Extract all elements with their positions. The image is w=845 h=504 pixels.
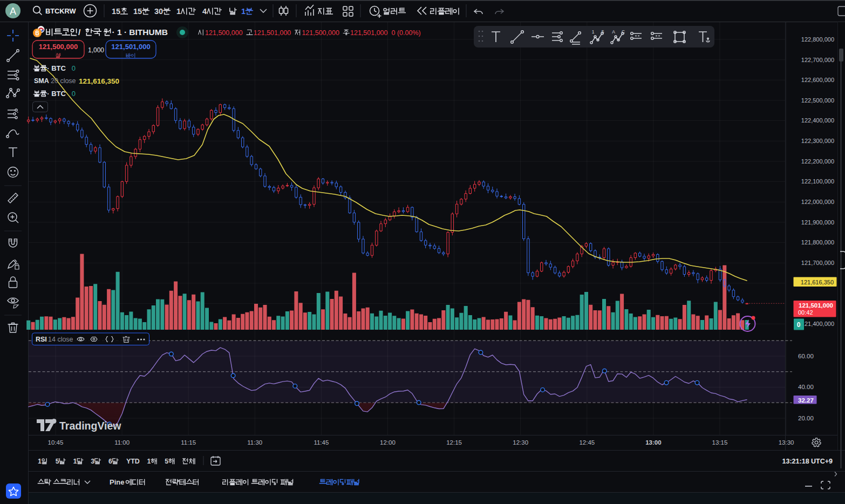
svg-text:122,100,000: 122,100,000 (801, 178, 834, 185)
svg-text:1: 1 (73, 458, 77, 465)
svg-text:121,501,000: 121,501,000 (111, 43, 150, 51)
svg-text:20.00: 20.00 (798, 415, 814, 421)
svg-text:3: 3 (91, 458, 94, 465)
svg-text:11:30: 11:30 (247, 439, 262, 446)
svg-text:30: 30 (154, 7, 163, 16)
svg-text:122,300,000: 122,300,000 (801, 138, 834, 144)
svg-text:121,500,000: 121,500,000 (205, 29, 243, 37)
svg-text:0 (0.00%): 0 (0.00%) (392, 29, 421, 37)
svg-text:12:45: 12:45 (579, 439, 595, 446)
svg-text:11:15: 11:15 (181, 439, 196, 446)
svg-text:1: 1 (147, 458, 151, 465)
svg-text:122,400,000: 122,400,000 (801, 117, 834, 124)
svg-text:10:45: 10:45 (48, 439, 64, 446)
svg-text:12:00: 12:00 (380, 439, 396, 446)
svg-text:20 close: 20 close (51, 77, 76, 85)
svg-text:1: 1 (38, 458, 42, 465)
svg-text:32.27: 32.27 (798, 397, 814, 404)
svg-text:5: 5 (165, 458, 168, 465)
svg-text:0: 0 (797, 321, 801, 329)
svg-text:122,600,000: 122,600,000 (801, 77, 834, 83)
svg-text:1: 1 (241, 7, 246, 16)
svg-text:122,500,000: 122,500,000 (801, 97, 834, 104)
svg-text:· 1 · BITHUMB: · 1 · BITHUMB (112, 28, 168, 37)
svg-text:121,700,000: 121,700,000 (801, 260, 834, 266)
svg-text:60.00: 60.00 (798, 353, 814, 359)
svg-text:121,616,350: 121,616,350 (801, 279, 834, 285)
svg-text:15: 15 (133, 7, 142, 16)
svg-text:· BTC: · BTC (47, 90, 66, 98)
svg-text:40.00: 40.00 (798, 384, 814, 390)
svg-text:0: 0 (72, 64, 76, 72)
svg-text:12:15: 12:15 (446, 439, 462, 446)
svg-text:122,700,000: 122,700,000 (801, 57, 834, 63)
svg-text:1: 1 (176, 7, 181, 16)
svg-text:13:15: 13:15 (712, 439, 728, 446)
svg-text:/: / (78, 28, 81, 37)
svg-text:TradingView: TradingView (59, 420, 121, 432)
svg-text:121,900,000: 121,900,000 (801, 219, 834, 226)
svg-text:121,501,000: 121,501,000 (350, 29, 388, 37)
svg-text:A: A (612, 29, 615, 35)
svg-text:A: A (10, 6, 16, 17)
svg-text:11:00: 11:00 (114, 439, 130, 446)
svg-text:15: 15 (112, 7, 120, 16)
svg-text:13:21:18 UTC+9: 13:21:18 UTC+9 (782, 458, 833, 465)
svg-text:SMA: SMA (34, 77, 49, 85)
svg-text:121,501,000: 121,501,000 (254, 29, 291, 37)
svg-text:121,800,000: 121,800,000 (801, 239, 834, 246)
svg-text:B: B (35, 30, 39, 36)
svg-text:121,500,000: 121,500,000 (302, 29, 339, 37)
svg-text:C: C (622, 29, 625, 35)
svg-text:· BTC: · BTC (47, 64, 66, 72)
svg-text:BTCKRW: BTCKRW (45, 7, 77, 15)
svg-text:12:30: 12:30 (513, 439, 528, 446)
svg-text:121,400,000: 121,400,000 (801, 321, 834, 327)
svg-text:4: 4 (202, 7, 207, 16)
svg-text:13:00: 13:00 (645, 439, 661, 446)
svg-text:YTD: YTD (126, 458, 140, 465)
svg-text:5: 5 (56, 458, 59, 465)
svg-text:14 close: 14 close (48, 336, 73, 343)
svg-text:121,500,000: 121,500,000 (39, 43, 78, 51)
svg-text:122,200,000: 122,200,000 (801, 158, 834, 165)
svg-text:122,000,000: 122,000,000 (801, 199, 834, 205)
svg-text:1,000: 1,000 (88, 46, 104, 54)
svg-text:13:30: 13:30 (779, 439, 794, 446)
svg-text:122,800,000: 122,800,000 (801, 36, 834, 43)
svg-text:5: 5 (602, 29, 604, 35)
svg-text:11:45: 11:45 (314, 439, 329, 446)
svg-text:Pine: Pine (110, 478, 124, 486)
svg-text:0: 0 (72, 90, 76, 98)
svg-text:6: 6 (108, 458, 112, 465)
svg-text:RSI: RSI (36, 336, 47, 343)
svg-text:121,616,350: 121,616,350 (79, 77, 119, 85)
svg-text:1: 1 (592, 29, 595, 35)
svg-text:00:42: 00:42 (798, 309, 813, 316)
svg-text:121,501,000: 121,501,000 (799, 302, 833, 309)
